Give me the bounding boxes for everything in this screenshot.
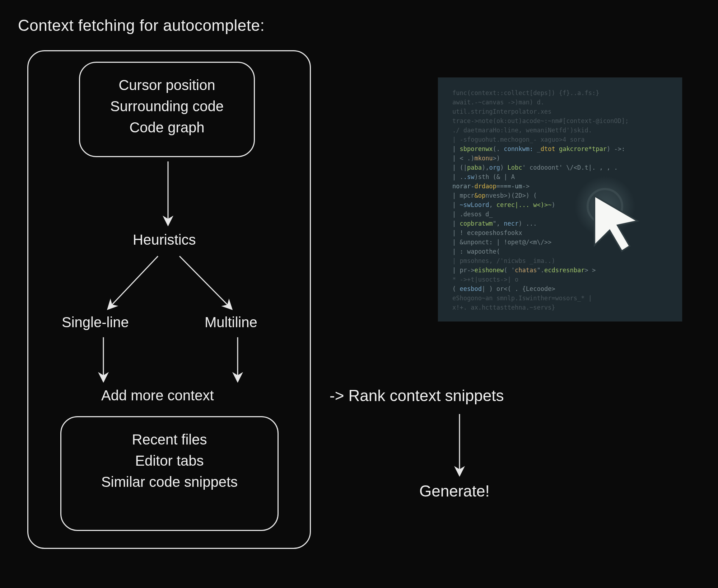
add-more-context-label: Add more context <box>101 387 214 404</box>
code-preview-content: func(context::collect[deps]) {f}..a.fs:}… <box>452 88 668 311</box>
code-preview-panel: func(context::collect[deps]) {f}..a.fs:}… <box>438 77 682 321</box>
branch-single-line: Single-line <box>62 314 129 330</box>
context-sources-box: Recent files Editor tabs Similar code sn… <box>60 416 279 531</box>
heuristics-label: Heuristics <box>133 232 196 248</box>
inputs-box: Cursor position Surrounding code Code gr… <box>79 62 255 157</box>
context-line-1: Recent files <box>61 432 278 448</box>
inputs-line-2: Surrounding code <box>80 98 254 114</box>
inputs-line-3: Code graph <box>80 119 254 136</box>
context-line-2: Editor tabs <box>61 453 278 469</box>
context-line-3: Similar code snippets <box>61 474 278 490</box>
generate-label: Generate! <box>419 482 490 500</box>
diagram-title: Context fetching for autocomplete: <box>18 17 265 34</box>
branch-multiline: Multiline <box>205 314 257 330</box>
inputs-line-1: Cursor position <box>80 77 254 93</box>
rank-snippets-label: -> Rank context snippets <box>330 387 504 405</box>
